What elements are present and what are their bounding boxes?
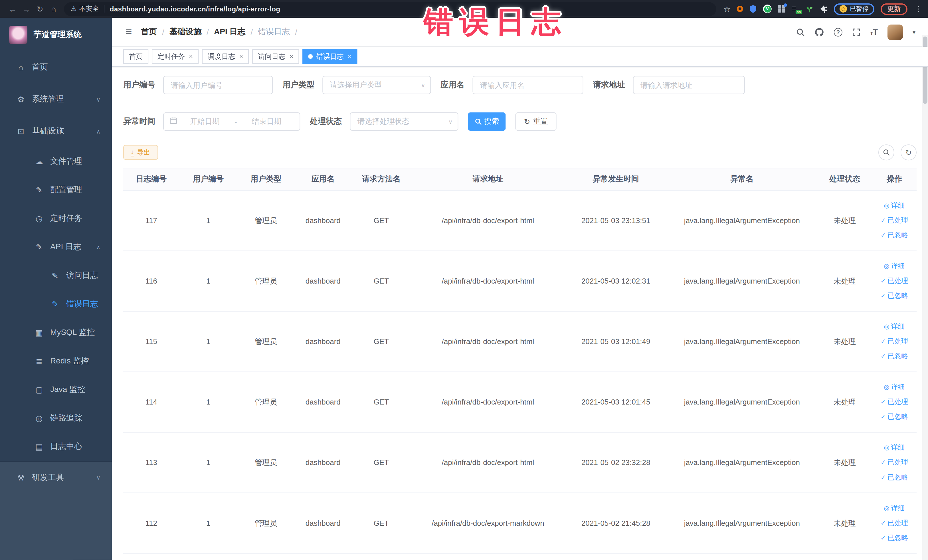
extension-on-badge-icon[interactable]: ≣on	[792, 5, 800, 13]
view-tab[interactable]: 首页	[123, 49, 148, 64]
profile-paused-chip[interactable]: ☺ 已暂停	[834, 3, 875, 15]
extension-orange-icon[interactable]	[737, 6, 743, 12]
sidebar-item[interactable]: ✎ 访问日志	[0, 261, 112, 290]
user-type-select[interactable]: 请选择用户类型 ∨	[322, 76, 431, 94]
processed-link[interactable]: ✓已处理	[881, 337, 908, 346]
breadcrumb-item[interactable]: 基础设施	[169, 27, 201, 37]
reset-button[interactable]: ↻ 重置	[516, 112, 557, 131]
toggle-search-button[interactable]	[878, 144, 894, 160]
ignored-link[interactable]: ✓已忽略	[881, 533, 908, 543]
check-icon: ✓	[881, 520, 886, 526]
close-icon[interactable]: ×	[348, 53, 351, 60]
user-type-cell: 管理员	[237, 191, 295, 250]
request-url-input[interactable]	[633, 76, 745, 94]
reload-icon[interactable]: ↻	[33, 4, 47, 14]
sidebar-item[interactable]: ⊡ 基础设施 ∧	[0, 115, 112, 147]
cloud-upload-icon: ☁	[34, 157, 44, 166]
extension-sprout-icon[interactable]	[806, 5, 814, 13]
detail-link[interactable]: ◎详细	[884, 261, 905, 271]
sidebar-item[interactable]: ◷ 定时任务	[0, 204, 112, 233]
sidebar-item-label: 访问日志	[66, 270, 98, 281]
detail-link[interactable]: ◎详细	[884, 504, 905, 513]
column-header: 应用名	[295, 168, 351, 190]
sidebar-item[interactable]: ⚙ 系统管理 ∨	[0, 83, 112, 115]
breadcrumb-item[interactable]: 首页	[141, 27, 157, 37]
close-icon[interactable]: ×	[289, 53, 293, 60]
app-name-input[interactable]	[472, 76, 583, 94]
export-button[interactable]: ↓ 导出	[123, 145, 158, 160]
ignored-link[interactable]: ✓已忽略	[881, 412, 908, 422]
view-tab[interactable]: 错误日志 ×	[302, 49, 357, 64]
font-size-icon[interactable]: тT	[870, 27, 878, 37]
ignored-link[interactable]: ✓已忽略	[881, 472, 908, 482]
chrome-update-button[interactable]: 更新	[881, 3, 907, 15]
detail-link[interactable]: ◎详细	[884, 201, 905, 211]
sidebar-item[interactable]: ≣ Redis 监控	[0, 347, 112, 375]
page-scrollbar[interactable]	[922, 35, 928, 560]
process-status-select[interactable]: 请选择处理状态 ∨	[350, 112, 458, 131]
sidebar-item[interactable]: ✎ API 日志 ∧	[0, 233, 112, 261]
github-icon[interactable]	[815, 27, 824, 37]
breadcrumb-item[interactable]: 错误日志	[258, 27, 290, 37]
sidebar-item[interactable]: ▢ Java 监控	[0, 375, 112, 404]
search-button[interactable]: 搜索	[468, 112, 505, 131]
refresh-table-button[interactable]: ↻	[901, 144, 917, 160]
view-tab[interactable]: 定时任务 ×	[152, 49, 198, 64]
tab-label: 调度日志	[208, 52, 235, 61]
processed-link[interactable]: ✓已处理	[881, 518, 908, 528]
view-tab[interactable]: 访问日志 ×	[252, 49, 299, 64]
extension-grid-icon[interactable]	[778, 5, 785, 12]
collapse-sidebar-icon[interactable]: ≡	[125, 26, 132, 38]
sidebar-item[interactable]: ✎ 配置管理	[0, 176, 112, 204]
help-icon[interactable]: ?	[834, 27, 843, 36]
detail-link[interactable]: ◎详细	[884, 382, 905, 392]
chevron-down-icon[interactable]: ▾	[913, 29, 916, 35]
sidebar-item[interactable]: ⌂ 首页	[0, 51, 112, 83]
processed-link[interactable]: ✓已处理	[881, 276, 908, 286]
app-name-cell: dashboard	[295, 493, 351, 553]
sidebar-item[interactable]: ▦ MySQL 监控	[0, 318, 112, 347]
close-icon[interactable]: ×	[189, 53, 193, 60]
forward-icon[interactable]: →	[20, 4, 33, 14]
search-icon[interactable]	[796, 27, 805, 36]
sidebar-item-label: API 日志	[50, 242, 81, 252]
bookmark-star-icon[interactable]: ☆	[723, 4, 731, 14]
column-header: 用户编号	[179, 168, 237, 190]
extensions-puzzle-icon[interactable]	[820, 5, 827, 13]
user-avatar[interactable]	[887, 24, 903, 40]
breadcrumb-item[interactable]: API 日志	[214, 27, 246, 37]
actions-cell: ◎详细 ✓已处理 ✓已忽略	[872, 251, 917, 311]
detail-link[interactable]: ◎详细	[884, 322, 905, 331]
browser-extensions: ☆ V ≣on ☺ 已暂停 更新 ⋮	[723, 3, 922, 15]
sidebar-item[interactable]: ▤ 日志中心	[0, 432, 112, 461]
sidebar-item[interactable]: ☁ 文件管理	[0, 147, 112, 176]
ignored-link[interactable]: ✓已忽略	[881, 291, 908, 301]
view-tab[interactable]: 调度日志 ×	[202, 49, 249, 64]
ignored-link[interactable]: ✓已忽略	[881, 351, 908, 361]
end-date-placeholder: 结束日期	[240, 116, 294, 127]
fullscreen-icon[interactable]	[852, 27, 861, 36]
detail-link[interactable]: ◎详细	[884, 443, 905, 452]
sidebar-item[interactable]: ⚒ 研发工具 ∨	[0, 461, 112, 493]
processed-link[interactable]: ✓已处理	[881, 216, 908, 225]
sidebar-item-label: 文件管理	[50, 156, 82, 166]
status-cell: 未处理	[817, 432, 872, 492]
home-icon[interactable]: ⌂	[47, 4, 61, 14]
sidebar-item[interactable]: ◎ 链路追踪	[0, 404, 112, 432]
back-icon[interactable]: ←	[6, 4, 20, 14]
mysql-monitor-icon: ▦	[34, 328, 44, 337]
browser-menu-icon[interactable]: ⋮	[915, 5, 922, 13]
processed-link[interactable]: ✓已处理	[881, 397, 908, 407]
date-range-picker[interactable]: 开始日期 - 结束日期	[163, 112, 300, 131]
extension-shield-icon[interactable]	[749, 5, 757, 13]
close-icon[interactable]: ×	[239, 53, 243, 60]
ignored-link[interactable]: ✓已忽略	[881, 230, 908, 240]
sidebar-footer-area	[0, 493, 112, 560]
sidebar-item[interactable]: ✎ 错误日志	[0, 290, 112, 318]
extension-green-v-icon[interactable]: V	[763, 5, 772, 13]
user-id-input[interactable]	[163, 76, 273, 94]
table-row: 117 1 管理员 dashboard GET /api/infra/db-do…	[123, 191, 917, 251]
address-bar[interactable]: ⚠ 不安全 dashboard.yudao.iocoder.cn/infra/l…	[64, 2, 717, 16]
start-date-placeholder: 开始日期	[177, 116, 232, 127]
processed-link[interactable]: ✓已处理	[881, 458, 908, 467]
